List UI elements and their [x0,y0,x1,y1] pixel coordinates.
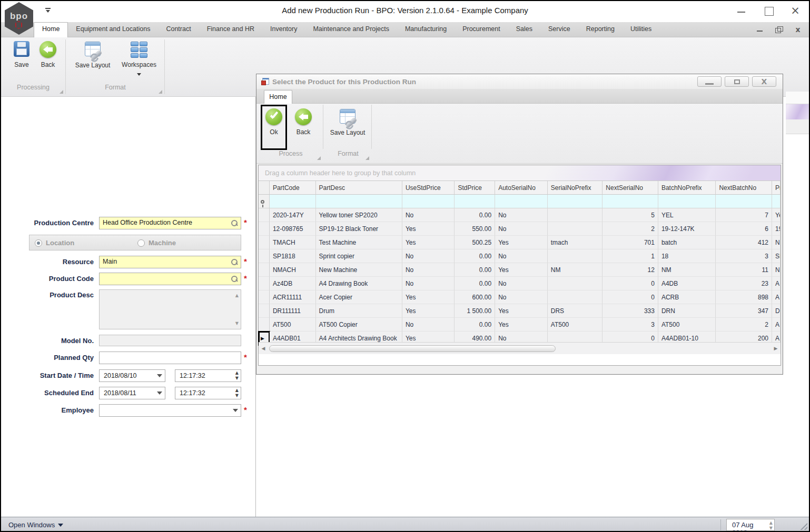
open-windows-button[interactable]: Open Windows [8,521,63,529]
table-row[interactable]: SP1818Sprint copierNo0.00No1183SP [259,249,781,263]
required-asterisk: * [244,218,247,227]
scrollbar-thumb[interactable] [269,345,556,352]
tab-finance-and-hr[interactable]: Finance and HR [199,22,262,37]
close-button[interactable]: × [786,4,805,18]
tab-inventory[interactable]: Inventory [262,22,305,37]
filter-cell-serialnoprefix[interactable] [548,195,603,208]
resource-field[interactable]: Main [99,256,241,268]
dialog-tab-home[interactable]: Home [264,90,292,104]
dialog-launcher-icon[interactable] [60,90,63,94]
minimize-button[interactable] [732,4,751,18]
dialog-launcher-icon[interactable] [366,156,369,160]
employee-field[interactable] [99,404,241,417]
filter-cell-partcode[interactable] [270,195,316,208]
table-row[interactable]: DR111111DrumYes1 500.00YesDRS333DRN347D [259,304,781,318]
scrollbar-track[interactable] [268,345,771,352]
production-centre-field[interactable]: Head Office Production Centre [99,217,241,229]
table-row[interactable]: Az4DBA4 Drawing BookNo0.00No0A4DB23A [259,277,781,290]
dialog-close-button[interactable]: X [752,76,776,87]
back-button[interactable]: Back [32,40,64,68]
column-header-nextbatchno[interactable]: NextBatchNo [716,181,772,195]
maximize-button[interactable] [759,4,778,18]
product-code-field[interactable] [99,273,241,285]
cell-partdesc: New Machine [316,263,402,277]
tab-maintenance-and-projects[interactable]: Maintenance and Projects [305,22,397,37]
filter-cell-batchnoprefix[interactable] [658,195,716,208]
start-time-field[interactable]: 12:17:32 ▲▼ [175,369,241,382]
table-row[interactable]: TMACHTest MachineYes500.25Yestmach701bat… [259,236,781,249]
dialog-minimize-button[interactable] [697,76,722,87]
horizontal-scrollbar[interactable]: ◀ ▶ [259,342,781,354]
filter-cell-autoserialno[interactable] [495,195,548,208]
search-icon[interactable] [231,219,238,227]
end-time-field[interactable]: 12:17:32 ▲▼ [175,387,241,399]
planned-qty-field[interactable] [99,352,241,364]
tab-service[interactable]: Service [540,22,578,37]
dialog-title-bar: Select the Product for this Production R… [256,74,783,89]
search-icon[interactable] [231,275,238,283]
tab-reporting[interactable]: Reporting [578,22,623,37]
end-date-field[interactable]: 2018/08/11 [99,387,165,399]
tab-utilities[interactable]: Utilities [623,22,659,37]
mdi-restore-icon[interactable] [774,25,784,34]
cell-stdprice: 550.00 [455,222,495,236]
column-header-pr[interactable]: Pr [772,181,781,195]
dialog-back-button[interactable]: Back [290,107,317,136]
filter-cell-nextbatchno[interactable] [716,195,772,208]
filter-cell-nextserialno[interactable] [602,195,658,208]
column-header-autoserialno[interactable]: AutoSerialNo [495,181,548,195]
filter-cell-stdprice[interactable] [455,195,495,208]
tab-sales[interactable]: Sales [508,22,540,37]
mdi-minimize-icon[interactable] [755,25,765,34]
filter-cell-partdesc[interactable] [316,195,402,208]
save-layout-button[interactable]: Save Layout [73,40,113,69]
column-header-batchnoprefix[interactable]: BatchNoPrefix [658,181,716,195]
column-header-partdesc[interactable]: PartDesc [316,181,402,195]
dialog-launcher-icon[interactable] [317,156,321,160]
tab-manufacturing[interactable]: Manufacturing [397,22,455,37]
dialog-save-layout-button[interactable]: Save Layout [327,107,368,136]
table-row[interactable]: AT500AT500 CopierNo0.00YesAT5003AT5002A [259,318,781,332]
search-icon[interactable] [231,258,238,266]
tab-home[interactable]: Home [34,22,68,37]
scroll-up-icon[interactable]: ▲ [235,293,239,298]
location-radio[interactable]: Location [35,239,74,247]
resource-label: Resource [4,258,94,266]
machine-radio[interactable]: Machine [137,239,176,247]
table-row[interactable]: NMACHNew MachineNo0.00YesNM12NM11N [259,263,781,277]
scroll-right-icon[interactable]: ▶ [771,346,781,351]
dropdown-arrow-icon [233,409,238,412]
table-row[interactable]: 2020-147YYellow toner SP2020No0.00No5YEL… [259,208,781,222]
row-focus-arrow-icon: ▶ [261,336,264,341]
workspaces-button[interactable]: Workspaces [118,40,160,78]
radio-unselected-icon [137,239,145,247]
scroll-left-icon[interactable]: ◀ [259,346,268,351]
dialog-launcher-icon[interactable] [159,90,162,94]
start-date-field[interactable]: 2018/08/10 [99,369,165,382]
column-header-usestdprice[interactable]: UseStdPrice [402,181,455,195]
date-spinner[interactable]: ▲▼ [769,521,773,530]
tab-contract[interactable]: Contract [158,22,199,37]
statusbar-date-field[interactable]: 07 Aug 2018 ▲▼ [726,519,775,531]
tab-equipment-and-locations[interactable]: Equipment and Locations [68,22,158,37]
cell-nextbatchno: 412 [716,236,772,249]
model-no-field [99,335,241,346]
cell-serialnoprefix: NM [548,263,603,277]
table-row[interactable]: ACR11111Acer CopierYes600.00No0ACRB898A [259,290,781,304]
group-by-panel[interactable]: Drag a column header here to group by th… [259,165,781,181]
time-spinner[interactable]: ▲▼ [235,388,239,398]
mdi-close-icon[interactable]: x [793,25,803,34]
table-row[interactable]: 12-098765SP19-12 Black TonerYes550.00No2… [259,222,781,236]
resize-grip[interactable] [799,521,807,530]
column-header-partcode[interactable]: PartCode [270,181,316,195]
filter-cell-usestdprice[interactable] [402,195,455,208]
column-header-serialnoprefix[interactable]: SerialNoPrefix [548,181,603,195]
dialog-maximize-button[interactable] [725,76,749,87]
filter-cell-pr[interactable] [772,195,781,208]
scroll-down-icon[interactable]: ▼ [235,321,239,326]
column-header-stdprice[interactable]: StdPrice [455,181,495,195]
column-header-nextserialno[interactable]: NextSerialNo [602,181,658,195]
group-separator [164,39,165,94]
tab-procurement[interactable]: Procurement [455,22,508,37]
time-spinner[interactable]: ▲▼ [235,371,239,380]
